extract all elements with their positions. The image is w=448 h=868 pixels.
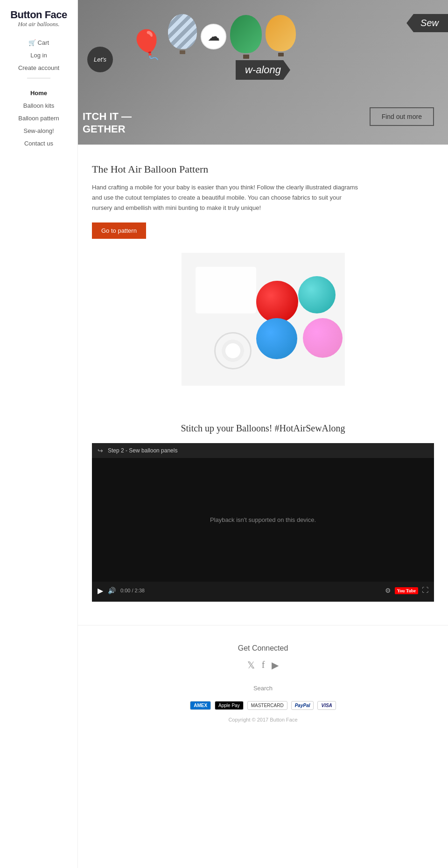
teal-ball (298, 276, 336, 313)
tape-roll (214, 332, 252, 369)
lets-circle: Let's (87, 47, 113, 72)
youtube-badge: You Tube (395, 587, 418, 594)
login-link[interactable]: Log in (5, 50, 73, 61)
fabric-balls-visual (182, 253, 345, 386)
pattern-section: The Hot Air Balloon Pattern Hand craftin… (78, 145, 448, 414)
white-fabric (196, 267, 256, 313)
whale-ball (256, 318, 297, 359)
video-message: Playback isn't supported on this device. (210, 516, 316, 523)
create-account-link[interactable]: Create account (5, 62, 73, 73)
hero-ribbon-right: Sew (406, 14, 448, 32)
footer-search-label[interactable]: Search (92, 685, 434, 692)
sidebar-item-home[interactable]: Home (5, 88, 73, 98)
mastercard-badge: MASTERCARD (247, 701, 287, 710)
fullscreen-button[interactable]: ⛶ (422, 587, 428, 594)
balloon-4 (230, 15, 262, 59)
twitter-link[interactable]: 𝕏 (247, 660, 255, 671)
copyright: Copyright © 2017 Button Face (92, 717, 434, 722)
copyright-text: Copyright © 2017 Button Face (228, 717, 297, 722)
sidebar-divider (27, 78, 50, 78)
cart-icon: 🛒 (28, 39, 36, 46)
hero-ribbon-left: w-along (236, 60, 290, 80)
stitch-text: ITCH IT —GETHER (83, 111, 132, 135)
paypal-badge: PayPal (291, 701, 314, 710)
youtube-link[interactable]: ▶ (272, 660, 279, 671)
balloon-2 (168, 14, 197, 54)
sidebar: Button Face Hot air balloons. 🛒 Cart Log… (0, 0, 78, 868)
volume-button[interactable]: 🔊 (108, 587, 116, 595)
main-content: w-along Let's ITCH IT —GETHER 🎈 (78, 0, 448, 868)
cart-label: Cart (38, 39, 49, 46)
cart-link[interactable]: 🛒 Cart (5, 37, 73, 48)
balloon-3: ☁ (201, 24, 226, 49)
sidebar-item-contact-us[interactable]: Contact us (5, 138, 73, 149)
hero-ribbon-right-text: Sew (420, 18, 439, 28)
sidebar-item-sew-along[interactable]: Sew-along! (5, 125, 73, 136)
video-title: Step 2 - Sew balloon panels (108, 447, 177, 454)
social-icons: 𝕏 f ▶ (92, 660, 434, 671)
hero-banner-text: w-along (245, 64, 281, 76)
footer: Get Connected 𝕏 f ▶ Search AMEX Apple Pa… (78, 625, 448, 732)
balloon-5 (266, 15, 296, 56)
video-top-bar: ↪ Step 2 - Sew balloon panels (92, 443, 434, 458)
go-to-pattern-button[interactable]: Go to pattern (92, 222, 146, 239)
visa-badge: VISA (317, 701, 336, 710)
pattern-image (182, 253, 345, 386)
video-body[interactable]: Playback isn't supported on this device. (92, 458, 434, 582)
share-icon: ↪ (98, 447, 103, 454)
lets-text: Let's (94, 56, 106, 63)
floral-ball (303, 318, 343, 358)
pattern-description: Hand crafting a mobile for your baby is … (92, 182, 363, 213)
play-button[interactable]: ▶ (98, 586, 103, 595)
video-container: ↪ Step 2 - Sew balloon panels Playback i… (92, 443, 434, 602)
video-time: 0:00 / 2:38 (120, 588, 145, 593)
balloon-1: 🎈 (129, 31, 164, 59)
red-ball (256, 281, 298, 323)
sidebar-item-balloon-kits[interactable]: Balloon kits (5, 100, 73, 111)
site-subtitle: Hot air balloons. (10, 21, 67, 28)
hero-banner: w-along Let's ITCH IT —GETHER 🎈 (78, 0, 448, 145)
settings-button[interactable]: ⚙ (385, 587, 391, 595)
main-nav: Home Balloon kits Balloon pattern Sew-al… (5, 88, 73, 149)
top-nav: 🛒 Cart Log in Create account (5, 37, 73, 73)
video-controls-right: ⚙ You Tube ⛶ (385, 587, 428, 595)
site-title: Button Face (10, 9, 67, 21)
pattern-title: The Hot Air Balloon Pattern (92, 163, 434, 175)
sew-title: Stitch up your Balloons! #HotAirSewAlong (92, 423, 434, 434)
video-controls: ▶ 🔊 0:00 / 2:38 ⚙ You Tube ⛶ (92, 582, 434, 599)
logo: Button Face Hot air balloons. (10, 9, 67, 28)
amex-badge: AMEX (190, 701, 211, 710)
applepay-badge: Apple Pay (215, 701, 244, 710)
payment-icons: AMEX Apple Pay MASTERCARD PayPal VISA (92, 701, 434, 710)
get-connected-title: Get Connected (92, 644, 434, 653)
sew-section: Stitch up your Balloons! #HotAirSewAlong… (78, 414, 448, 616)
sidebar-item-balloon-pattern[interactable]: Balloon pattern (5, 113, 73, 124)
facebook-link[interactable]: f (262, 660, 265, 671)
find-out-more-button[interactable]: Find out more (370, 107, 434, 126)
balloons-group: 🎈 ☁ (129, 14, 296, 59)
